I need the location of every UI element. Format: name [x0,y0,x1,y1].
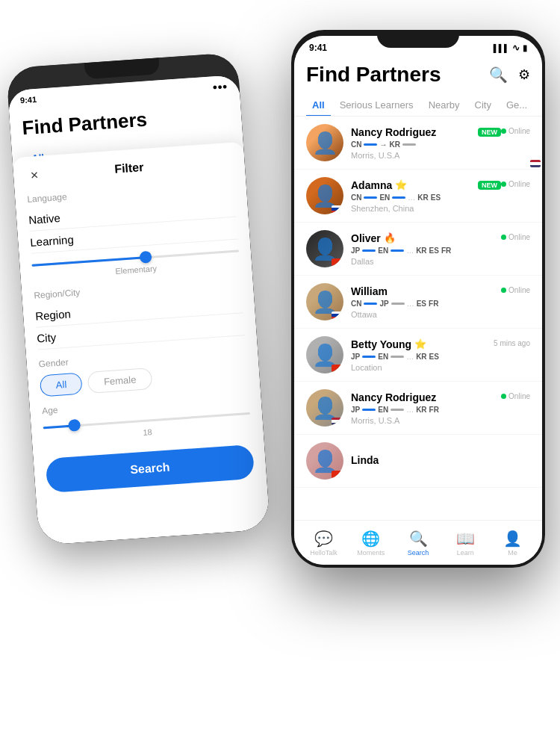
filter-title: Filter [114,161,144,176]
lang-bar [362,356,376,358]
user-name: Linda [351,454,379,466]
lang-bar-partial [402,143,416,146]
lang-fr: FR [429,300,438,308]
filter-icon[interactable]: ⚙ [518,66,530,83]
user-location: Ottawa [351,310,501,319]
nav-helltalk[interactable]: 💬 HelloTalk [300,530,347,557]
lang-en: EN [379,193,390,202]
online-text: Online [508,180,530,188]
user-item[interactable]: Nancy Rodriguez JP EN … KR FR Morris, U.… [294,382,542,435]
status-right-icons: ▌▌▌ ∿ ▮ [494,43,527,53]
lang-cn: CN [351,193,361,202]
lang-kr: KR [416,406,426,414]
lang-row: CN EN … KR ES [351,193,501,202]
online-text: Online [508,127,530,135]
filter-search-button[interactable]: Search [46,444,255,493]
filter-close-button[interactable]: × [25,165,44,185]
search-icon[interactable]: 🔍 [489,66,508,84]
flag-ru [332,205,342,213]
lang-es: ES [429,247,439,255]
age-label: Age [42,391,249,416]
online-text: Online [508,392,530,400]
user-status: Online [501,286,530,294]
user-status: Online [501,233,530,241]
user-info: Nancy Rodriguez NEW CN → KR Morris, U.S.… [351,126,501,160]
user-info: Oliver 🔥 JP EN … KR ES FR [351,232,501,266]
lang-en: EN [378,247,388,255]
tab-ge[interactable]: Ge... [500,94,533,116]
back-time: 9:41 [20,95,37,105]
user-item[interactable]: Linda [294,435,542,488]
battery-icon: ▮ [523,43,527,53]
new-badge: NEW [478,181,501,190]
user-name: Oliver [351,232,381,244]
flag-cn [332,258,342,266]
front-notch [377,30,459,48]
avatar [306,230,343,267]
flag-ru [332,311,342,319]
fire-emoji: ⭐ [414,338,426,350]
dots: … [407,300,414,308]
user-name: Nancy Rodriguez [351,126,436,138]
tab-city[interactable]: City [469,94,497,116]
user-item[interactable]: Adamna ⭐ NEW CN EN … KR ES [294,170,542,223]
user-location: Morris, U.S.A [351,416,501,425]
new-badge: NEW [478,128,501,137]
learning-slider[interactable]: Elementary [31,249,240,281]
nav-moments-label: Moments [357,549,385,557]
nav-learn[interactable]: 📖 Learn [442,530,489,557]
nav-search-label: Search [408,549,429,557]
lang-bar [362,249,376,252]
gender-all-button[interactable]: All [40,373,83,397]
moments-icon: 🌐 [361,530,380,548]
lang-bar [391,356,404,358]
lang-es: ES [431,193,441,202]
user-status: Online [501,180,530,188]
lang-es: ES [429,353,439,361]
user-info: William CN JP … ES FR Ottawa [351,285,501,319]
user-info: Betty Young ⭐ JP EN … KR ES Locatio [351,338,494,372]
header-icons: 🔍 ⚙ [489,66,530,84]
online-dot [501,128,506,134]
helltalk-icon: 💬 [314,530,333,548]
lang-jp: JP [351,353,360,361]
avatar-face [306,124,343,161]
lang-kr: KR [389,140,399,149]
lang-jp: JP [379,300,388,308]
lang-kr: KR [416,247,426,255]
tab-all[interactable]: All [306,94,331,116]
lang-es: ES [417,300,426,308]
nav-moments[interactable]: 🌐 Moments [347,530,394,557]
lang-jp: JP [351,406,360,414]
user-location: Location [351,363,494,372]
tab-nearby[interactable]: Nearby [423,94,466,116]
lang-cn: CN [351,140,361,149]
user-item[interactable]: Oliver 🔥 JP EN … KR ES FR [294,223,542,276]
online-dot [501,235,506,240]
age-slider[interactable]: 18 [43,412,252,444]
lang-en: EN [378,406,388,414]
user-list: Nancy Rodriguez NEW CN → KR Morris, U.S.… [294,117,542,526]
front-time: 9:41 [309,43,327,53]
front-screen: 9:41 ▌▌▌ ∿ ▮ Find Partners 🔍 ⚙ All Serio… [294,36,542,565]
user-item[interactable]: Nancy Rodriguez NEW CN → KR Morris, U.S.… [294,117,542,170]
online-dot [501,394,506,399]
dots: … [406,247,414,255]
lang-arrow: → [379,140,387,149]
filter-header: × Filter [25,155,234,182]
user-name-row: Nancy Rodriguez [351,391,501,403]
user-item[interactable]: Betty Young ⭐ JP EN … KR ES Locatio [294,329,542,382]
time-text: 5 mins ago [494,339,530,347]
user-item[interactable]: William CN JP … ES FR Ottawa [294,276,542,329]
lang-bar [364,303,377,305]
nav-helltalk-label: HelloTalk [310,549,337,557]
fire-emoji: ⭐ [395,179,407,190]
avatar [306,389,343,427]
user-status: Online [501,127,530,135]
gender-female-button[interactable]: Female [87,368,152,394]
tab-serious-learners[interactable]: Serious Learners [334,94,420,116]
nav-me[interactable]: 👤 Me [489,530,536,557]
nav-search[interactable]: 🔍 Search [394,530,441,557]
lang-row: JP EN … KR ES FR [351,247,501,255]
lang-bar [362,409,376,411]
